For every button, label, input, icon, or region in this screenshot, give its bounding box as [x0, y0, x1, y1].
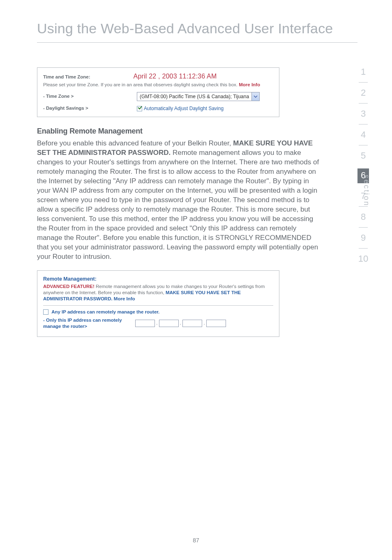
- ip-octet-1[interactable]: [135, 320, 155, 327]
- ip-octet-4[interactable]: [206, 320, 226, 327]
- page-number: 87: [0, 537, 392, 544]
- rail-item-1[interactable]: 1: [351, 62, 376, 82]
- remote-management-desc: ADVANCED FEATURE! Remote management allo…: [43, 283, 273, 302]
- daylight-savings-label: - Daylight Savings >: [43, 105, 137, 112]
- more-info-link[interactable]: More Info: [239, 82, 260, 87]
- time-zone-select-value: (GMT-08:00) Pacific Time (US & Canada); …: [137, 92, 251, 101]
- remote-management-panel: Remote Management: ADVANCED FEATURE! Rem…: [37, 270, 279, 337]
- body-post: Remote management allows you to make cha…: [37, 149, 319, 260]
- only-ip-label: - Only this IP address can remotely mana…: [43, 317, 135, 329]
- daylight-savings-text: Automatically Adjust Daylight Saving: [144, 105, 224, 112]
- time-zone-sub-pre: Please set your time Zone. If you are in…: [43, 82, 239, 87]
- rail-item-2[interactable]: 2: [351, 83, 376, 103]
- section-heading: Enabling Remote Management: [37, 127, 392, 136]
- remote-more-info-link[interactable]: More Info: [113, 296, 135, 301]
- remote-management-title: Remote Management:: [43, 276, 273, 282]
- time-zone-subtext: Please set your time Zone. If you are in…: [43, 82, 273, 88]
- time-zone-panel: Time and Time Zone: April 22 , 2003 11:1…: [37, 67, 279, 117]
- panel-divider: [43, 305, 273, 306]
- title-divider: [37, 42, 357, 43]
- ip-octet-2[interactable]: [159, 320, 179, 327]
- body-paragraph: Before you enable this advanced feature …: [37, 139, 323, 261]
- section-rail: 1 2 3 4 5 6 7 8 9 10 section: [351, 62, 376, 269]
- any-ip-row: Any IP address can remotely manage the r…: [43, 309, 273, 315]
- ip-input-group: . . .: [135, 320, 226, 327]
- chevron-down-icon[interactable]: [251, 92, 259, 101]
- page-title: Using the Web-Based Advanced User Interf…: [37, 21, 392, 37]
- time-zone-label: - Time Zone >: [43, 93, 137, 100]
- body-pre: Before you enable this advanced feature …: [37, 139, 233, 147]
- rail-item-3[interactable]: 3: [351, 104, 376, 124]
- section-vertical-label: section: [362, 175, 371, 207]
- daylight-savings-checkbox[interactable]: [137, 106, 142, 111]
- time-zone-select[interactable]: (GMT-08:00) Pacific Time (US & Canada); …: [137, 92, 260, 101]
- any-ip-checkbox[interactable]: [43, 309, 48, 315]
- rail-item-4[interactable]: 4: [351, 124, 376, 145]
- rail-item-9[interactable]: 9: [351, 228, 376, 248]
- rail-item-8[interactable]: 8: [351, 207, 376, 227]
- current-datetime: April 22 , 2003 11:12:36 AM: [134, 72, 217, 81]
- advanced-feature-badge: ADVANCED FEATURE!: [43, 284, 95, 289]
- ip-octet-3[interactable]: [182, 320, 202, 327]
- any-ip-label: Any IP address can remotely manage the r…: [51, 309, 159, 314]
- rail-item-5[interactable]: 5: [351, 145, 376, 166]
- rail-item-10[interactable]: 10: [351, 249, 376, 269]
- time-zone-heading: Time and Time Zone:: [43, 74, 90, 81]
